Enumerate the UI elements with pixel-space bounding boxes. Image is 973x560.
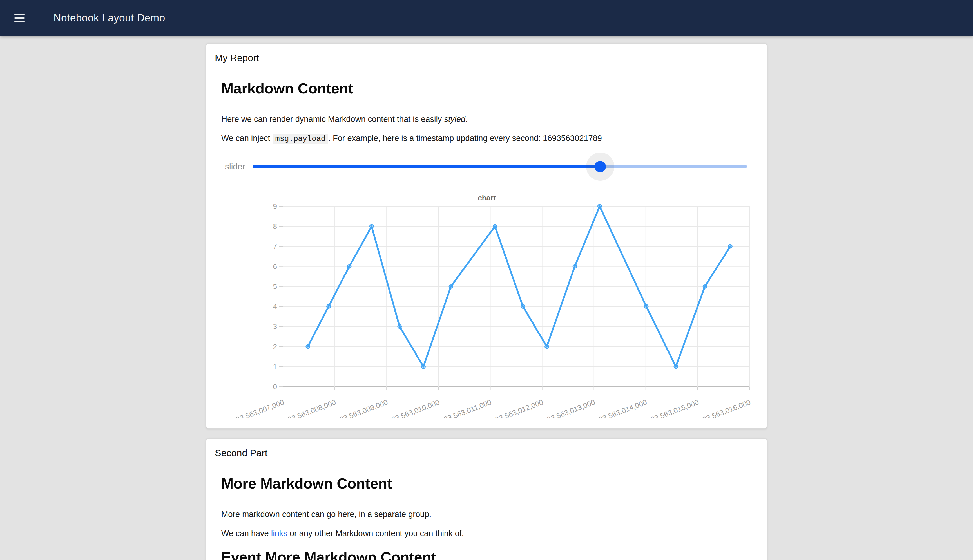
slider-track-fill[interactable] <box>253 165 600 168</box>
markdown-heading-more: More Markdown Content <box>221 475 758 492</box>
svg-text:1,693,563,008,000: 1,693,563,008,000 <box>277 398 337 418</box>
timestamp-value: 1693563021789 <box>543 134 602 143</box>
svg-text:1,693,563,011,000: 1,693,563,011,000 <box>433 398 492 418</box>
svg-text:1,693,563,015,000: 1,693,563,015,000 <box>640 398 700 418</box>
italic-text: styled <box>444 115 466 123</box>
svg-text:2: 2 <box>273 342 277 351</box>
markdown-paragraph-links: We can have links or any other Markdown … <box>221 527 758 540</box>
markdown-paragraph-more: More markdown content can go here, in a … <box>221 508 758 520</box>
svg-text:9: 9 <box>273 202 277 210</box>
paragraph-text: . For example, here is a timestamp updat… <box>328 134 543 143</box>
app-title: Notebook Layout Demo <box>53 12 165 24</box>
markdown-block-2: More Markdown Content More markdown cont… <box>221 475 758 560</box>
app-header: Notebook Layout Demo <box>0 0 973 36</box>
markdown-heading: Markdown Content <box>221 80 758 97</box>
markdown-block: Markdown Content Here we can render dyna… <box>221 80 758 145</box>
inline-code-msg-payload: msg.payload <box>272 134 328 144</box>
paragraph-text: We can have <box>221 529 271 538</box>
svg-text:7: 7 <box>273 242 277 250</box>
menu-icon-bar <box>14 17 25 18</box>
slider-thumb[interactable] <box>595 161 606 172</box>
card-title-my-report: My Report <box>215 52 758 64</box>
svg-text:6: 6 <box>273 262 277 271</box>
chart-widget: 01234567891,693,563,007,0001,693,563,008… <box>215 190 758 418</box>
svg-text:1: 1 <box>273 362 277 371</box>
svg-text:1,693,563,012,000: 1,693,563,012,000 <box>484 398 544 418</box>
menu-icon-bar <box>14 21 25 22</box>
svg-text:1,693,563,009,000: 1,693,563,009,000 <box>329 398 389 418</box>
slider-track[interactable] <box>253 165 747 168</box>
paragraph-text: Here we can render dynamic Markdown cont… <box>221 115 444 123</box>
markdown-paragraph-payload: We can inject msg.payload. For example, … <box>221 132 758 145</box>
paragraph-text: We can inject <box>221 134 272 143</box>
paragraph-text: . <box>466 115 467 123</box>
svg-text:1,693,563,016,000: 1,693,563,016,000 <box>692 398 752 418</box>
line-chart-canvas[interactable]: 01234567891,693,563,007,0001,693,563,008… <box>215 190 759 418</box>
svg-text:chart: chart <box>478 193 496 202</box>
svg-text:1,693,563,010,000: 1,693,563,010,000 <box>381 398 441 418</box>
svg-text:8: 8 <box>273 222 277 230</box>
markdown-paragraph-styled: Here we can render dynamic Markdown cont… <box>221 113 758 125</box>
slider-label: slider <box>225 162 253 172</box>
menu-icon-bar <box>14 14 25 15</box>
svg-text:1,693,563,007,000: 1,693,563,007,000 <box>225 398 285 418</box>
slider-row: slider <box>225 159 758 175</box>
svg-text:1,693,563,014,000: 1,693,563,014,000 <box>588 398 648 418</box>
svg-text:3: 3 <box>273 322 277 331</box>
svg-text:1,693,563,013,000: 1,693,563,013,000 <box>536 398 596 418</box>
svg-text:5: 5 <box>273 282 277 291</box>
card-title-second-part: Second Part <box>215 447 758 459</box>
svg-text:4: 4 <box>273 302 277 311</box>
links-link[interactable]: links <box>271 529 287 538</box>
paragraph-text: or any other Markdown content you can th… <box>287 529 464 538</box>
report-card: My Report Markdown Content Here we can r… <box>206 43 767 428</box>
menu-icon[interactable] <box>14 14 25 22</box>
second-part-card: Second Part More Markdown Content More m… <box>206 438 767 560</box>
svg-text:0: 0 <box>273 382 277 391</box>
markdown-heading-event-more: Event More Markdown Content <box>221 548 758 560</box>
